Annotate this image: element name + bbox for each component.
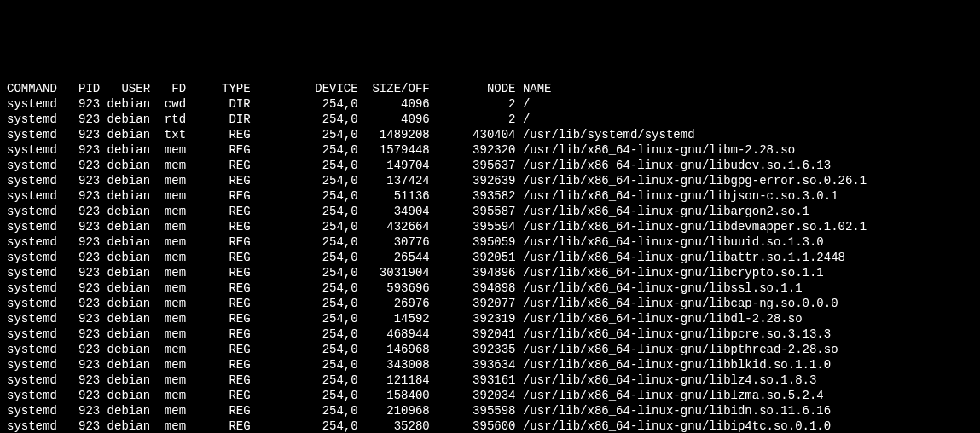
lsof-row: systemd 923 debian mem REG 254,0 158400 … [7,388,973,403]
data-rows: systemd 923 debian cwd DIR 254,0 4096 2 … [7,96,973,433]
lsof-row: systemd 923 debian mem REG 254,0 35280 3… [7,419,973,433]
lsof-row: systemd 923 debian mem REG 254,0 14592 3… [7,311,973,326]
lsof-output: COMMAND PID USER FD TYPE DEVICE SIZE/OFF… [7,66,973,433]
lsof-row: systemd 923 debian cwd DIR 254,0 4096 2 … [7,96,973,112]
lsof-row: systemd 923 debian mem REG 254,0 1579448… [7,142,973,158]
lsof-row: systemd 923 debian mem REG 254,0 26544 3… [7,250,973,265]
lsof-row: systemd 923 debian mem REG 254,0 468944 … [7,326,973,342]
lsof-row: systemd 923 debian mem REG 254,0 593696 … [7,280,973,296]
lsof-row: systemd 923 debian mem REG 254,0 51136 3… [7,188,973,204]
header-row: COMMAND PID USER FD TYPE DEVICE SIZE/OFF… [7,81,973,96]
lsof-row: systemd 923 debian mem REG 254,0 137424 … [7,173,973,188]
lsof-row: systemd 923 debian mem REG 254,0 121184 … [7,372,973,388]
lsof-row: systemd 923 debian mem REG 254,0 3031904… [7,265,973,280]
lsof-row: systemd 923 debian mem REG 254,0 343008 … [7,357,973,372]
lsof-row: systemd 923 debian mem REG 254,0 26976 3… [7,296,973,311]
lsof-row: systemd 923 debian mem REG 254,0 34904 3… [7,204,973,219]
lsof-row: systemd 923 debian mem REG 254,0 210968 … [7,403,973,419]
lsof-row: systemd 923 debian mem REG 254,0 149704 … [7,158,973,173]
lsof-row: systemd 923 debian rtd DIR 254,0 4096 2 … [7,112,973,127]
lsof-row: systemd 923 debian mem REG 254,0 432664 … [7,219,973,234]
lsof-row: systemd 923 debian mem REG 254,0 146968 … [7,342,973,357]
lsof-row: systemd 923 debian mem REG 254,0 30776 3… [7,234,973,250]
lsof-row: systemd 923 debian txt REG 254,0 1489208… [7,127,973,142]
